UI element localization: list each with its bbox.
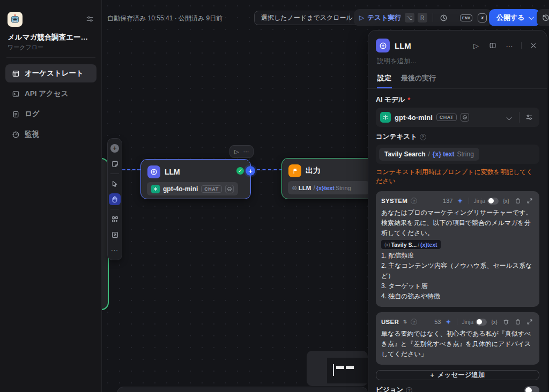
canvas-note-preview[interactable] <box>307 351 368 386</box>
openai-icon <box>151 185 160 193</box>
model-selector[interactable]: gpt-4o-mini CHAT <box>376 108 539 127</box>
description-placeholder[interactable]: 説明を追加... <box>368 56 547 71</box>
note-preview-screen <box>327 358 368 383</box>
sidebar-item-orchestrate[interactable]: オーケストレート <box>5 64 97 82</box>
help-icon: ? <box>411 319 417 325</box>
pointer-tool-icon[interactable] <box>109 178 121 190</box>
jinja-toggle[interactable]: Jinja <box>473 198 499 205</box>
app-sidebar: メルマガ競合調査エージェ… ワークフロー オーケストレート API アクセス <box>0 0 102 392</box>
scroll-to-node-button[interactable]: 選択したノードまでスクロール <box>254 11 360 25</box>
generate-sparkle-icon[interactable] <box>456 197 464 205</box>
jinja-toggle[interactable]: Jinja <box>462 319 487 326</box>
test-run-group: ▷ テスト実行 ⌥ R <box>354 9 469 26</box>
panel-tabs: 設定 最後の実行 <box>368 71 547 89</box>
jinja-label: Jinja <box>462 319 473 325</box>
app-name: メルマガ競合調査エージェ… <box>8 33 94 42</box>
chat-badge: CHAT <box>201 185 221 193</box>
jinja-switch[interactable] <box>487 198 499 205</box>
tab-settings[interactable]: 設定 <box>377 71 392 88</box>
context-variable-pill[interactable]: Tavily Search / {x} text String <box>379 148 479 161</box>
test-run-button[interactable]: テスト実行 <box>367 13 401 22</box>
insert-variable-icon[interactable]: {x} <box>490 318 499 326</box>
copy-icon[interactable] <box>514 318 522 326</box>
bottom-partial-node[interactable] <box>117 387 368 392</box>
app-robot-icon[interactable] <box>8 12 23 27</box>
node-more-icon[interactable]: ··· <box>243 148 249 155</box>
add-message-button[interactable]: + メッセージ追加 <box>376 370 539 380</box>
llm-node-title: LLM <box>165 168 180 176</box>
sidebar-item-monitoring[interactable]: 監視 <box>5 125 97 144</box>
panel-more-icon[interactable]: ··· <box>503 40 515 51</box>
close-icon[interactable] <box>528 40 539 51</box>
output-node[interactable]: 出力 ◎ LLM / {x}text String <box>281 158 377 199</box>
add-next-node-button[interactable]: + <box>246 166 255 176</box>
system-prompt-text[interactable]: あなたはプロのマーケティングリサーチャーです。検索結果を元に、以下の項目で競合の… <box>381 208 534 238</box>
nav-label: ログ <box>25 109 40 119</box>
analysis-item-1: 1. 配信頻度 <box>381 251 534 261</box>
orchestrate-icon <box>11 69 20 78</box>
model-params-icon[interactable] <box>523 111 535 123</box>
copy-icon[interactable] <box>514 197 522 205</box>
vision-toggle[interactable] <box>524 386 539 392</box>
workflow-editor: ▷ ··· LLM ✓ + gpt-4o-mini CHAT <box>0 0 549 392</box>
env-button[interactable]: ENV <box>460 14 472 21</box>
add-node-button[interactable]: + <box>109 142 121 154</box>
panel-body: AI モデル * gpt-4o-mini CHAT <box>368 89 547 392</box>
panel-title: LLM <box>395 41 465 50</box>
palette-more-icon[interactable]: ··· <box>109 244 121 256</box>
panel-run-icon[interactable]: ▷ <box>470 40 482 51</box>
node-ref-icon: ◎ <box>292 185 297 191</box>
delete-icon[interactable] <box>502 318 510 326</box>
jinja-switch[interactable] <box>476 319 487 326</box>
llm-node[interactable]: LLM ✓ + gpt-4o-mini CHAT <box>140 159 251 199</box>
context-var-type: String <box>457 150 474 158</box>
edge-llm-to-output <box>257 169 283 170</box>
expand-icon[interactable] <box>525 318 534 326</box>
user-role-label: USER <box>381 319 399 325</box>
chevron-down-icon <box>529 14 534 20</box>
publish-button[interactable]: 公開する <box>489 9 540 26</box>
success-check-icon: ✓ <box>236 167 244 175</box>
context-section: コンテキスト ? Tavily Search / {x} text String… <box>376 132 539 186</box>
token-count: 137 <box>443 198 452 204</box>
help-icon: ? <box>406 387 412 392</box>
help-icon: ? <box>420 134 426 140</box>
variables-button[interactable]: x <box>478 13 487 22</box>
sidebar-settings-icon[interactable] <box>86 15 94 23</box>
sidebar-item-logs[interactable]: ログ <box>5 105 97 123</box>
panel-split-view-icon[interactable] <box>487 40 499 51</box>
gauge-icon <box>11 130 20 139</box>
hand-tool-icon[interactable] <box>109 193 121 205</box>
insert-variable-icon[interactable]: {x} <box>502 197 510 205</box>
generate-sparkle-icon[interactable] <box>444 318 452 326</box>
model-label: AI モデル <box>376 95 405 104</box>
version-history-button[interactable] <box>537 9 549 26</box>
analysis-item-3: 3. ターゲット層 <box>381 281 534 291</box>
user-prompt-text[interactable]: 単なる要約ではなく、初心者である私が『真似すべき点』と『差別化すべき点』を具体的… <box>381 329 534 359</box>
context-label: コンテキスト <box>376 132 417 141</box>
test-run-play-icon[interactable]: ▷ <box>359 14 364 21</box>
model-section: AI モデル * gpt-4o-mini CHAT <box>376 95 539 127</box>
run-history-clock-icon[interactable] <box>439 12 449 23</box>
pill-var: (x)text <box>420 242 437 248</box>
analysis-item-4: 4. 独自の強みや特徴 <box>381 291 534 301</box>
sidebar-item-api-access[interactable]: API アクセス <box>5 85 97 103</box>
shortcut-r-key: R <box>418 13 427 22</box>
app-type-label: ワークフロー <box>8 43 43 51</box>
user-prompt-block[interactable]: USER ⇅ ? 53 Jinja {x} <box>376 312 539 365</box>
pill-node-name: Tavily S... <box>391 242 417 248</box>
system-prompt-block[interactable]: SYSTEM ? 137 Jinja {x} <box>376 191 539 307</box>
organize-blocks-icon[interactable] <box>109 213 121 225</box>
context-sep: / <box>428 150 430 158</box>
log-document-icon <box>11 110 20 118</box>
fit-view-icon[interactable] <box>109 229 121 240</box>
ref-type: String <box>336 185 351 191</box>
tab-last-run[interactable]: 最後の実行 <box>400 71 436 88</box>
context-warning: コンテキスト利用時はプロンプトに変数を明記してください <box>376 168 539 186</box>
context-box[interactable]: Tavily Search / {x} text String <box>376 145 539 164</box>
expand-icon[interactable] <box>525 197 534 205</box>
add-note-icon[interactable] <box>109 158 121 170</box>
role-switch-icon[interactable]: ⇅ <box>402 318 407 326</box>
ref-var: {x}text <box>316 185 335 191</box>
run-node-icon[interactable]: ▷ <box>234 148 239 155</box>
